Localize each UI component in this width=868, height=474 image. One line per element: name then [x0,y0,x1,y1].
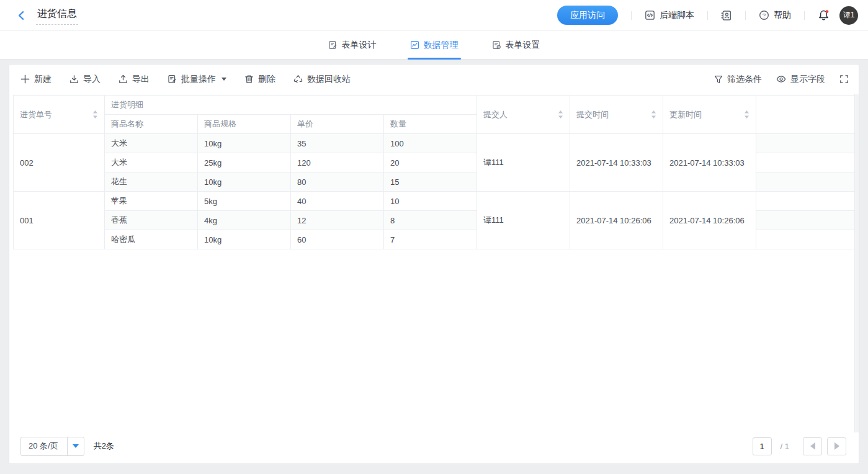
avatar[interactable]: 谭1 [839,6,858,25]
column-label: 提交时间 [576,109,609,120]
table-row[interactable]: 001苹果5kg4010谭1112021-07-14 10:26:062021-… [14,192,855,211]
column-header-update-time[interactable]: 更新时间 [663,96,756,134]
sort-arrows-icon[interactable] [92,110,98,118]
cell-unit-price[interactable]: 120 [291,153,384,172]
cell-quantity[interactable]: 10 [384,192,477,211]
page-number-input[interactable]: 1 [753,437,772,455]
prev-page-button[interactable] [803,437,822,455]
column-header-submit-time[interactable]: 提交时间 [570,96,663,134]
app-access-button[interactable]: 应用访问 [557,6,618,25]
export-button[interactable]: 导出 [119,74,150,85]
help-button[interactable]: ? 帮助 [759,10,791,21]
tab-form-settings[interactable]: 表单设置 [490,31,543,59]
tab-data-management[interactable]: 数据管理 [408,31,461,59]
cell-quantity[interactable]: 15 [384,172,477,192]
cell-unit-price[interactable]: 35 [291,134,384,153]
cell-quantity[interactable]: 8 [384,211,477,230]
cell-empty[interactable] [756,211,855,230]
recycle-bin-button[interactable]: 数据回收站 [293,74,351,85]
main-panel: 新建 导入 导出 批量操作 删除 [9,64,859,464]
code-square-icon [645,10,655,20]
cell-empty[interactable] [756,153,855,172]
funnel-icon [714,75,723,84]
trash-icon [244,74,254,84]
cell-product-spec[interactable]: 10kg [198,230,291,249]
cell-empty[interactable] [756,192,855,211]
doc-pencil-icon [328,40,338,50]
cell-update-time[interactable]: 2021-07-14 10:26:06 [663,192,756,249]
column-header-submitter[interactable]: 提交人 [477,96,570,134]
delete-button[interactable]: 删除 [244,74,275,85]
cell-product-name[interactable]: 苹果 [105,192,198,211]
next-page-button[interactable] [827,437,846,455]
cell-order-no[interactable]: 002 [14,134,105,192]
table-row[interactable]: 002大米10kg35100谭1112021-07-14 10:33:03202… [14,134,855,153]
divider [804,11,805,20]
column-label: 提交人 [483,109,508,120]
cell-submit-time[interactable]: 2021-07-14 10:33:03 [570,134,663,192]
cell-order-no[interactable]: 001 [14,192,105,249]
display-fields-label: 显示字段 [790,74,825,85]
chevron-down-icon [221,78,226,81]
page-title: 进货信息 [36,6,78,25]
import-button[interactable]: 导入 [69,74,101,85]
doc-pencil-icon [168,74,177,84]
sort-arrows-icon[interactable] [744,110,749,118]
cell-quantity[interactable]: 100 [384,134,477,153]
tab-form-design[interactable]: 表单设计 [326,31,379,59]
table-body: 002大米10kg35100谭1112021-07-14 10:33:03202… [14,134,855,249]
cell-product-name[interactable]: 大米 [105,153,198,172]
backend-script-label: 后端脚本 [660,10,694,21]
cell-submit-time[interactable]: 2021-07-14 10:26:06 [570,192,663,249]
cell-unit-price[interactable]: 60 [291,230,384,249]
column-header-unit-price: 单价 [291,115,384,134]
cell-empty[interactable] [756,230,855,249]
plus-icon [20,74,30,84]
fullscreen-button[interactable] [839,74,849,84]
page-size-caret[interactable] [67,437,84,455]
cell-product-spec[interactable]: 10kg [198,134,291,153]
sort-arrows-icon[interactable] [558,110,563,118]
column-header-product-name: 商品名称 [105,115,198,134]
cell-update-time[interactable]: 2021-07-14 10:33:03 [663,134,756,192]
vertical-scrollbar[interactable] [854,94,859,432]
page-size-select[interactable]: 20 条/页 [20,437,84,456]
column-header-order-no[interactable]: 进货单号 [14,96,105,134]
cell-empty[interactable] [756,134,855,153]
records-table: 进货单号 进货明细 提交人 提交时间 [13,95,855,249]
cell-unit-price[interactable]: 12 [291,211,384,230]
cell-product-name[interactable]: 哈密瓜 [105,230,198,249]
batch-operations-label: 批量操作 [181,74,216,85]
display-fields-button[interactable]: 显示字段 [776,74,825,85]
cell-quantity[interactable]: 20 [384,153,477,172]
cell-product-name[interactable]: 大米 [105,134,198,153]
cell-product-name[interactable]: 香蕉 [105,211,198,230]
new-button[interactable]: 新建 [20,74,51,85]
filter-button[interactable]: 筛选条件 [714,74,762,85]
contacts-button[interactable] [721,10,732,21]
column-group-detail: 进货明细 [105,96,477,115]
cell-quantity[interactable]: 7 [384,230,477,249]
cell-submitter[interactable]: 谭111 [477,192,570,249]
cell-product-spec[interactable]: 10kg [198,172,291,192]
column-header-product-spec: 商品规格 [198,115,291,134]
column-header-empty [756,96,855,134]
cell-product-spec[interactable]: 5kg [198,192,291,211]
sort-arrows-icon[interactable] [651,110,656,118]
cell-product-name[interactable]: 花生 [105,172,198,192]
page-size-value: 20 条/页 [21,437,67,455]
svg-text:?: ? [763,12,766,19]
batch-operations-button[interactable]: 批量操作 [168,74,226,85]
tab-label: 数据管理 [424,40,459,51]
backend-script-button[interactable]: 后端脚本 [645,10,694,21]
cell-submitter[interactable]: 谭111 [477,134,570,192]
cell-unit-price[interactable]: 40 [291,192,384,211]
cell-unit-price[interactable]: 80 [291,172,384,192]
cell-product-spec[interactable]: 25kg [198,153,291,172]
cell-empty[interactable] [756,172,855,192]
cell-product-spec[interactable]: 4kg [198,211,291,230]
notification-button[interactable] [818,9,830,21]
back-button[interactable] [14,7,30,24]
total-count: 共2条 [94,440,114,452]
question-circle-icon: ? [759,10,769,20]
